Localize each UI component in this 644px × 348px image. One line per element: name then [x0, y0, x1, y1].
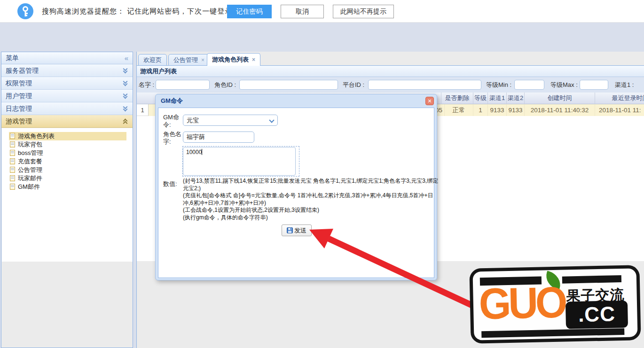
- menu-item-game-role-list[interactable]: 游戏角色列表: [9, 132, 126, 140]
- document-icon: [10, 158, 15, 164]
- row-number: 1: [137, 104, 149, 116]
- panel-title: 游戏用户列表: [137, 66, 644, 77]
- cell-last-login-time: 2018-11-01 11:: [595, 104, 644, 116]
- tab-game-role-list[interactable]: 游戏角色列表×: [207, 53, 260, 66]
- text-cursor: [202, 149, 202, 155]
- close-tab-icon[interactable]: ×: [252, 56, 255, 63]
- chevron-up-icon: [122, 118, 129, 124]
- name-input[interactable]: [156, 80, 210, 90]
- cell-create-time: 2018-11-01 11:40:32: [525, 104, 595, 116]
- col-is-deleted[interactable]: 是否删除: [441, 93, 473, 104]
- document-icon: [10, 167, 15, 173]
- sidebar-menu-tree: 游戏角色列表 玩家背包 boss管理 充值套餐 公告管理 玩家邮件: [2, 128, 133, 262]
- tab-announcement-mgmt[interactable]: 公告管理×: [168, 54, 210, 66]
- tab-bar: 欢迎页 公告管理× 游戏角色列表×: [137, 52, 644, 66]
- cell-channel2: 9133: [507, 104, 525, 116]
- chevron-down-icon: [122, 105, 129, 112]
- command-help-text: (封号13,禁言11,踢下线14,恢复正常15;批量发送元宝 角色名字1,元宝1…: [183, 178, 440, 221]
- watermark-stamp: GUO 果子交流 .CC: [469, 265, 641, 344]
- cell-channel1: 9133: [488, 104, 507, 116]
- help-line: (充值礼包[命令格式 命]令号=元宝数量,命令号 1首冲礼包,2累计充值,3首冲…: [183, 192, 440, 207]
- role-id-input[interactable]: [239, 80, 338, 90]
- help-line: (执行gm命令，具体的命令字符串): [183, 214, 440, 222]
- level-max-label: 等级Max :: [550, 77, 578, 93]
- stamp-bar: [481, 328, 624, 338]
- role-name-input[interactable]: 福宇荫: [183, 131, 254, 143]
- password-prompt-text: 搜狗高速浏览器提醒您： 记住此网站密码，下次一键登录！: [42, 0, 240, 23]
- chevron-down-icon: [122, 80, 129, 86]
- close-tab-icon[interactable]: ×: [201, 57, 204, 63]
- close-dialog-icon[interactable]: ✕: [425, 97, 434, 105]
- sidebar-item-game-mgmt[interactable]: 游戏管理: [1, 115, 133, 128]
- browser-password-bar: 搜狗高速浏览器提醒您： 记住此网站密码，下次一键登录！ 记住密码 取消 此网站不…: [0, 0, 644, 23]
- chevron-down-icon: [122, 67, 129, 74]
- menu-item-boss-mgmt[interactable]: boss管理: [9, 149, 126, 157]
- col-create-time[interactable]: 创建时间: [525, 93, 595, 104]
- chevron-down-icon[interactable]: [269, 117, 274, 123]
- menu-item-recharge-package[interactable]: 充值套餐: [9, 157, 126, 166]
- name-label: 名字 :: [139, 77, 154, 93]
- role-id-label: 角色ID :: [214, 77, 236, 93]
- col-level[interactable]: 等级: [473, 93, 488, 104]
- platform-id-input[interactable]: [368, 80, 481, 90]
- menu-item-player-bag[interactable]: 玩家背包: [9, 140, 126, 149]
- stamp-bar: [562, 275, 621, 284]
- sidebar-item-permission-mgmt[interactable]: 权限管理: [1, 77, 133, 90]
- document-icon: [10, 184, 15, 190]
- amount-label: 数值:: [163, 180, 186, 188]
- dialog-body: GM命令: 元宝 角色名字: 福宇荫 10000 数值: (封号13,禁言11,…: [158, 108, 434, 278]
- dialog-title: GM命令: [161, 97, 183, 105]
- document-icon: [10, 150, 15, 156]
- screen: 搜狗高速浏览器提醒您： 记住此网站密码，下次一键登录！ 记住密码 取消 此网站不…: [0, 0, 644, 348]
- amount-textarea[interactable]: 10000: [183, 147, 296, 176]
- level-max-input[interactable]: [580, 80, 608, 90]
- gm-command-select[interactable]: 元宝: [183, 115, 278, 126]
- sidebar-item-server-mgmt[interactable]: 服务器管理: [1, 64, 133, 77]
- help-line: (封号13,禁言11,踢下线14,恢复正常15;批量发送元宝 角色名字1,元宝1…: [183, 178, 440, 192]
- gm-command-label: GM命令:: [163, 114, 185, 129]
- sidebar-title: 菜单: [6, 54, 19, 62]
- cell-level: 1: [473, 104, 488, 116]
- gm-command-value: 元宝: [187, 116, 199, 125]
- never-prompt-button[interactable]: 此网站不再提示: [333, 5, 394, 18]
- role-name-label: 角色名字:: [163, 131, 186, 146]
- document-icon: [10, 141, 15, 147]
- level-min-label: 等级Min :: [486, 77, 511, 93]
- col-channel2[interactable]: 渠道2: [507, 93, 525, 104]
- save-icon: [287, 227, 293, 233]
- collapse-sidebar-icon[interactable]: «: [125, 52, 128, 64]
- send-button[interactable]: 发送: [282, 224, 312, 236]
- stamp-cc-text: .CC: [565, 301, 628, 329]
- chevron-down-icon: [122, 93, 129, 99]
- remember-password-button[interactable]: 记住密码: [227, 5, 272, 18]
- search-bar: 名字 : 角色ID : 平台ID : 等级Min : 等级Max : 渠道1 :: [137, 77, 644, 93]
- menu-item-announcement-mgmt[interactable]: 公告管理: [9, 166, 126, 174]
- gm-command-dialog: GM命令 ✕ GM命令: 元宝 角色名字: 福宇荫 10000 数值: (封号1…: [155, 94, 437, 280]
- cancel-button[interactable]: 取消: [281, 5, 324, 18]
- cell-is-deleted: 正常: [445, 104, 473, 116]
- menu-item-gm-mail[interactable]: GM邮件: [9, 183, 126, 191]
- document-icon: [10, 175, 15, 181]
- tab-welcome[interactable]: 欢迎页: [138, 54, 167, 66]
- stamp-guo-text: GUO: [479, 280, 565, 326]
- menu-item-player-mail[interactable]: 玩家邮件: [9, 174, 126, 183]
- level-min-input[interactable]: [514, 80, 544, 90]
- col-channel1[interactable]: 渠道1: [488, 93, 507, 104]
- document-icon: [10, 133, 15, 139]
- sidebar-item-user-mgmt[interactable]: 用户管理: [1, 90, 133, 102]
- sidebar-item-log-mgmt[interactable]: 日志管理: [1, 102, 133, 115]
- help-line: (工会战命令,1设置为开始前状态,2设置开始,3设置结束): [183, 207, 440, 214]
- platform-id-label: 平台ID :: [343, 77, 364, 93]
- key-icon: [17, 3, 33, 19]
- sidebar: 菜单 « 服务器管理 权限管理 用户管理 日志管理 游戏管理 游戏角色列表: [1, 52, 133, 348]
- channel1-label: 渠道1 :: [615, 77, 634, 93]
- col-last-login-time[interactable]: 最近登录时间: [595, 93, 644, 104]
- sidebar-header: 菜单 «: [1, 52, 133, 64]
